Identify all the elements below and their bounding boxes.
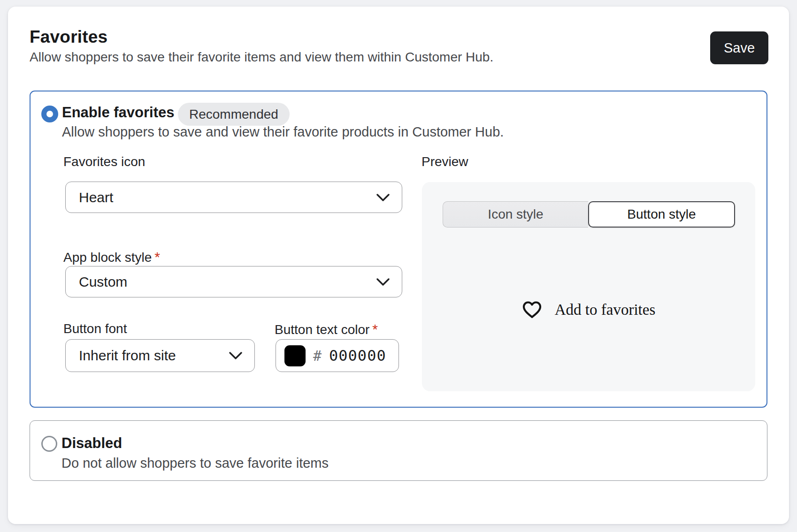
app-block-style-value: Custom [79,274,127,290]
button-font-select[interactable]: Inherit from site [65,339,255,372]
button-font-label: Button font [63,321,127,336]
hex-hash-prefix: # [313,348,322,364]
tab-button-style[interactable]: Button style [588,201,735,228]
disabled-radio[interactable] [41,436,57,452]
heart-outline-icon [522,300,542,319]
disabled-description: Do not allow shoppers to save favorite i… [61,456,329,471]
save-button[interactable]: Save [710,31,768,64]
required-asterisk: * [372,321,378,337]
chevron-down-icon [229,352,242,359]
enable-favorites-description: Allow shoppers to save and view their fa… [62,124,504,140]
add-to-favorites-text: Add to favorites [555,301,655,319]
preview-label: Preview [421,154,468,169]
button-text-color-label: Button text color* [275,321,378,337]
chevron-down-icon [376,194,390,201]
preview-style-tabs: Icon style Button style [443,201,735,228]
enable-favorites-option-card[interactable]: Enable favorites Recommended Allow shopp… [30,91,767,408]
add-to-favorites-preview-button[interactable]: Add to favorites [422,300,755,319]
color-swatch[interactable] [284,345,306,366]
chevron-down-icon [376,278,390,286]
preview-panel: Icon style Button style Add to favorites [422,182,755,391]
hex-value[interactable]: 000000 [329,347,386,365]
disabled-option-card[interactable]: Disabled Do not allow shoppers to save f… [30,420,767,481]
button-font-value: Inherit from site [79,348,176,364]
enable-favorites-radio[interactable] [41,106,58,122]
page-title: Favorites [30,27,107,47]
app-block-style-select[interactable]: Custom [65,266,402,297]
favorites-icon-value: Heart [79,190,113,205]
settings-card: Favorites Allow shoppers to save their f… [8,7,789,524]
favorites-icon-select[interactable]: Heart [65,182,402,213]
app-block-style-label-text: App block style [63,250,152,265]
favorites-icon-label: Favorites icon [63,154,145,169]
app-block-style-label: App block style* [63,249,160,265]
tab-icon-style[interactable]: Icon style [443,201,588,228]
disabled-title: Disabled [61,435,122,452]
required-asterisk: * [154,249,160,265]
button-text-color-label-text: Button text color [275,322,369,337]
enable-favorites-title: Enable favorites [62,104,174,121]
page-subtitle: Allow shoppers to save their favorite it… [30,50,493,65]
button-text-color-input[interactable]: # 000000 [276,339,399,372]
recommended-badge: Recommended [178,103,290,126]
